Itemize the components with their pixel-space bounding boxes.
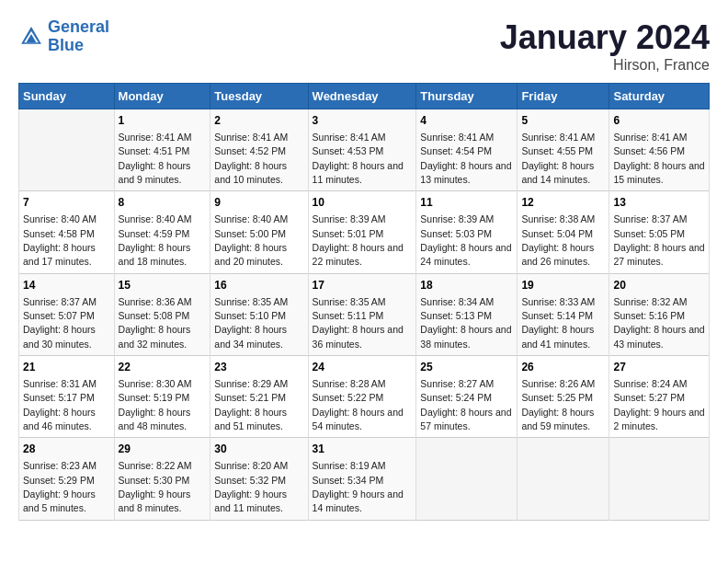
- calendar-cell: 31Sunrise: 8:19 AMSunset: 5:34 PMDayligh…: [308, 438, 416, 520]
- day-info: Sunrise: 8:24 AMSunset: 5:27 PMDaylight:…: [613, 378, 704, 431]
- calendar-cell: [416, 438, 518, 520]
- calendar-cell: 22Sunrise: 8:30 AMSunset: 5:19 PMDayligh…: [114, 356, 210, 438]
- calendar-cell: [19, 109, 115, 191]
- day-number: 1: [119, 113, 207, 129]
- day-number: 16: [214, 278, 303, 293]
- header-saturday: Saturday: [609, 84, 710, 109]
- day-info: Sunrise: 8:36 AMSunset: 5:08 PMDaylight:…: [119, 296, 192, 350]
- day-info: Sunrise: 8:32 AMSunset: 5:16 PMDaylight:…: [613, 296, 704, 350]
- day-info: Sunrise: 8:22 AMSunset: 5:30 PMDaylight:…: [119, 460, 192, 513]
- calendar-cell: 7Sunrise: 8:40 AMSunset: 4:58 PMDaylight…: [19, 191, 115, 273]
- calendar-cell: 2Sunrise: 8:41 AMSunset: 4:52 PMDaylight…: [210, 109, 308, 191]
- header-sunday: Sunday: [19, 84, 115, 109]
- calendar-week-2: 7Sunrise: 8:40 AMSunset: 4:58 PMDaylight…: [19, 191, 710, 273]
- calendar-table: Sunday Monday Tuesday Wednesday Thursday…: [18, 83, 710, 521]
- calendar-cell: 29Sunrise: 8:22 AMSunset: 5:30 PMDayligh…: [114, 438, 210, 520]
- logo: General Blue: [18, 18, 109, 55]
- day-number: 6: [613, 113, 705, 129]
- day-info: Sunrise: 8:37 AMSunset: 5:05 PMDaylight:…: [613, 213, 704, 267]
- day-info: Sunrise: 8:40 AMSunset: 5:00 PMDaylight:…: [214, 213, 288, 267]
- day-number: 13: [613, 195, 705, 211]
- header-friday: Friday: [518, 84, 609, 109]
- day-number: 28: [23, 442, 110, 457]
- calendar-cell: 6Sunrise: 8:41 AMSunset: 4:56 PMDaylight…: [609, 109, 710, 191]
- header-thursday: Thursday: [416, 84, 518, 109]
- day-info: Sunrise: 8:35 AMSunset: 5:11 PMDaylight:…: [313, 296, 404, 350]
- day-info: Sunrise: 8:41 AMSunset: 4:55 PMDaylight:…: [521, 132, 595, 185]
- day-number: 29: [119, 442, 207, 457]
- calendar-cell: 20Sunrise: 8:32 AMSunset: 5:16 PMDayligh…: [609, 273, 710, 355]
- day-number: 21: [23, 360, 110, 375]
- day-number: 31: [313, 442, 413, 457]
- subtitle: Hirson, France: [500, 57, 710, 74]
- day-number: 17: [313, 278, 413, 293]
- day-number: 15: [119, 278, 207, 293]
- day-info: Sunrise: 8:39 AMSunset: 5:01 PMDaylight:…: [313, 213, 404, 267]
- day-info: Sunrise: 8:29 AMSunset: 5:21 PMDaylight:…: [214, 378, 288, 431]
- day-info: Sunrise: 8:39 AMSunset: 5:03 PMDaylight:…: [420, 213, 511, 267]
- calendar-cell: 27Sunrise: 8:24 AMSunset: 5:27 PMDayligh…: [609, 356, 710, 438]
- calendar-cell: 8Sunrise: 8:40 AMSunset: 4:59 PMDaylight…: [114, 191, 210, 273]
- day-number: 11: [420, 195, 513, 211]
- day-number: 23: [214, 360, 303, 375]
- calendar-cell: 19Sunrise: 8:33 AMSunset: 5:14 PMDayligh…: [518, 273, 609, 355]
- day-number: 19: [521, 278, 605, 293]
- day-number: 2: [214, 113, 303, 129]
- calendar-week-1: 1Sunrise: 8:41 AMSunset: 4:51 PMDaylight…: [19, 109, 710, 191]
- day-info: Sunrise: 8:33 AMSunset: 5:14 PMDaylight:…: [521, 296, 595, 350]
- calendar-cell: 16Sunrise: 8:35 AMSunset: 5:10 PMDayligh…: [210, 273, 308, 355]
- calendar-cell: 4Sunrise: 8:41 AMSunset: 4:54 PMDaylight…: [416, 109, 518, 191]
- day-number: 27: [613, 360, 705, 375]
- day-number: 12: [521, 195, 605, 211]
- day-number: 20: [613, 278, 705, 293]
- header: General Blue January 2024 Hirson, France: [18, 18, 710, 74]
- calendar-cell: 24Sunrise: 8:28 AMSunset: 5:22 PMDayligh…: [308, 356, 416, 438]
- calendar-cell: [609, 438, 710, 520]
- calendar-cell: 30Sunrise: 8:20 AMSunset: 5:32 PMDayligh…: [210, 438, 308, 520]
- day-info: Sunrise: 8:34 AMSunset: 5:13 PMDaylight:…: [420, 296, 511, 350]
- day-number: 10: [313, 195, 413, 211]
- calendar-cell: 21Sunrise: 8:31 AMSunset: 5:17 PMDayligh…: [19, 356, 115, 438]
- calendar-cell: 25Sunrise: 8:27 AMSunset: 5:24 PMDayligh…: [416, 356, 518, 438]
- day-number: 22: [119, 360, 207, 375]
- main-title: January 2024: [500, 18, 710, 57]
- calendar-cell: [518, 438, 609, 520]
- calendar-week-5: 28Sunrise: 8:23 AMSunset: 5:29 PMDayligh…: [19, 438, 710, 520]
- calendar-cell: 26Sunrise: 8:26 AMSunset: 5:25 PMDayligh…: [518, 356, 609, 438]
- header-tuesday: Tuesday: [210, 84, 308, 109]
- header-wednesday: Wednesday: [308, 84, 416, 109]
- day-info: Sunrise: 8:31 AMSunset: 5:17 PMDaylight:…: [23, 378, 97, 431]
- calendar-cell: 17Sunrise: 8:35 AMSunset: 5:11 PMDayligh…: [308, 273, 416, 355]
- day-info: Sunrise: 8:38 AMSunset: 5:04 PMDaylight:…: [521, 213, 595, 267]
- logo-icon: [18, 24, 44, 50]
- day-info: Sunrise: 8:27 AMSunset: 5:24 PMDaylight:…: [420, 378, 511, 431]
- day-info: Sunrise: 8:23 AMSunset: 5:29 PMDaylight:…: [23, 460, 97, 513]
- day-number: 3: [313, 113, 413, 129]
- day-number: 7: [23, 195, 110, 211]
- day-number: 26: [521, 360, 605, 375]
- header-row: Sunday Monday Tuesday Wednesday Thursday…: [19, 84, 710, 109]
- title-area: January 2024 Hirson, France: [500, 18, 710, 74]
- calendar-week-3: 14Sunrise: 8:37 AMSunset: 5:07 PMDayligh…: [19, 273, 710, 355]
- day-info: Sunrise: 8:28 AMSunset: 5:22 PMDaylight:…: [313, 378, 404, 431]
- day-info: Sunrise: 8:26 AMSunset: 5:25 PMDaylight:…: [521, 378, 595, 431]
- day-number: 5: [521, 113, 605, 129]
- day-number: 4: [420, 113, 513, 129]
- calendar-week-4: 21Sunrise: 8:31 AMSunset: 5:17 PMDayligh…: [19, 356, 710, 438]
- calendar-cell: 11Sunrise: 8:39 AMSunset: 5:03 PMDayligh…: [416, 191, 518, 273]
- calendar-cell: 23Sunrise: 8:29 AMSunset: 5:21 PMDayligh…: [210, 356, 308, 438]
- calendar-cell: 1Sunrise: 8:41 AMSunset: 4:51 PMDaylight…: [114, 109, 210, 191]
- calendar-cell: 18Sunrise: 8:34 AMSunset: 5:13 PMDayligh…: [416, 273, 518, 355]
- day-number: 8: [119, 195, 207, 211]
- day-info: Sunrise: 8:41 AMSunset: 4:51 PMDaylight:…: [119, 132, 192, 185]
- calendar-cell: 28Sunrise: 8:23 AMSunset: 5:29 PMDayligh…: [19, 438, 115, 520]
- day-info: Sunrise: 8:35 AMSunset: 5:10 PMDaylight:…: [214, 296, 288, 350]
- day-info: Sunrise: 8:41 AMSunset: 4:54 PMDaylight:…: [420, 132, 511, 185]
- calendar-cell: 15Sunrise: 8:36 AMSunset: 5:08 PMDayligh…: [114, 273, 210, 355]
- calendar-cell: 9Sunrise: 8:40 AMSunset: 5:00 PMDaylight…: [210, 191, 308, 273]
- day-number: 24: [313, 360, 413, 375]
- header-monday: Monday: [114, 84, 210, 109]
- day-info: Sunrise: 8:30 AMSunset: 5:19 PMDaylight:…: [119, 378, 192, 431]
- calendar-cell: 3Sunrise: 8:41 AMSunset: 4:53 PMDaylight…: [308, 109, 416, 191]
- day-info: Sunrise: 8:40 AMSunset: 4:58 PMDaylight:…: [23, 213, 97, 267]
